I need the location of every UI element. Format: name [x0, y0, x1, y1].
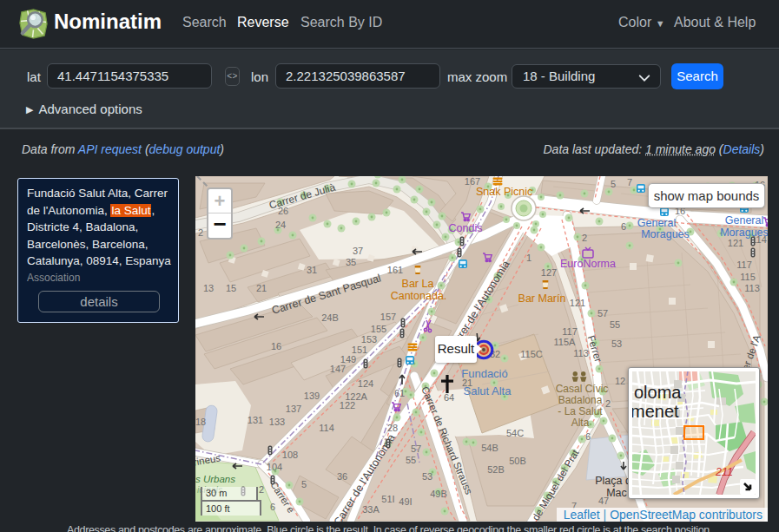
svg-text:16: 16: [271, 341, 281, 351]
svg-text:7: 7: [627, 177, 632, 187]
svg-text:Badalona: Badalona: [558, 394, 603, 406]
svg-text:211: 211: [715, 466, 733, 478]
svg-text:24: 24: [275, 220, 286, 230]
svg-text:6: 6: [621, 221, 626, 232]
svg-text:122: 122: [340, 400, 355, 410]
svg-text:36: 36: [337, 471, 347, 482]
svg-text:31: 31: [307, 265, 317, 275]
svg-text:menet: menet: [632, 402, 679, 421]
svg-text:127: 127: [541, 267, 557, 278]
svg-text:Bar La: Bar La: [402, 278, 434, 290]
svg-text:33A: 33A: [362, 504, 380, 515]
svg-text:24B: 24B: [321, 312, 339, 323]
svg-text:104: 104: [267, 462, 282, 472]
svg-text:131: 131: [248, 415, 263, 425]
svg-text:oloma: oloma: [634, 383, 682, 402]
svg-text:Cantonada.: Cantonada.: [391, 290, 447, 302]
svg-text:Bar Marín: Bar Marín: [518, 292, 566, 305]
svg-text:Moragues: Moragues: [720, 227, 768, 239]
svg-text:55: 55: [610, 319, 620, 330]
svg-text:124: 124: [358, 378, 373, 389]
svg-text:133: 133: [269, 417, 285, 427]
svg-text:15: 15: [226, 283, 236, 293]
svg-text:2: 2: [582, 233, 587, 243]
svg-text:117: 117: [562, 326, 578, 337]
svg-text:121: 121: [570, 298, 585, 308]
svg-text:Moragues: Moragues: [641, 228, 690, 240]
svg-text:57: 57: [411, 443, 421, 454]
svg-text:114: 114: [319, 423, 334, 433]
svg-text:18: 18: [195, 417, 206, 427]
svg-text:52B: 52B: [487, 464, 505, 475]
svg-text:6: 6: [270, 502, 275, 512]
svg-text:5: 5: [611, 179, 616, 189]
svg-text:161: 161: [387, 265, 403, 275]
svg-text:Snak Picnic: Snak Picnic: [476, 186, 532, 198]
svg-text:37: 37: [353, 246, 363, 256]
svg-text:51I: 51I: [381, 494, 394, 504]
svg-text:General: General: [725, 214, 763, 227]
svg-text:Casal Cívic: Casal Cívic: [556, 383, 609, 395]
svg-text:55: 55: [406, 455, 416, 465]
svg-text:49I: 49I: [399, 496, 412, 507]
svg-text:54B: 54B: [481, 443, 498, 453]
svg-text:108: 108: [282, 450, 298, 460]
svg-text:49B: 49B: [430, 489, 447, 499]
svg-text:50B: 50B: [509, 456, 526, 466]
svg-text:147: 147: [330, 364, 346, 374]
svg-text:28: 28: [387, 423, 398, 433]
svg-text:26: 26: [278, 206, 288, 216]
svg-text:2: 2: [198, 227, 203, 238]
svg-text:115C: 115C: [520, 349, 543, 359]
svg-text:Condis: Condis: [449, 222, 483, 234]
svg-text:155: 155: [371, 324, 386, 334]
svg-text:2: 2: [605, 398, 611, 409]
svg-text:Plaça d: Plaça d: [595, 475, 631, 487]
svg-text:53: 53: [611, 338, 622, 349]
svg-text:Fundació: Fundació: [461, 367, 507, 380]
svg-text:137: 137: [286, 404, 301, 414]
svg-text:s Urbans: s Urbans: [195, 474, 235, 484]
svg-text:61: 61: [394, 388, 405, 398]
svg-text:12: 12: [615, 376, 625, 386]
svg-text:EuroNorma: EuroNorma: [560, 258, 616, 270]
svg-text:113: 113: [744, 283, 760, 293]
svg-text:Alta: Alta: [571, 417, 590, 429]
svg-text:Salut Alta: Salut Alta: [464, 384, 512, 397]
svg-text:121: 121: [728, 238, 743, 248]
svg-text:5: 5: [301, 479, 307, 489]
svg-text:139: 139: [304, 391, 320, 401]
svg-text:- La Salut: - La Salut: [558, 405, 603, 417]
svg-text:57: 57: [597, 308, 608, 319]
svg-text:117: 117: [736, 259, 752, 270]
svg-text:115A: 115A: [554, 337, 577, 347]
svg-text:6: 6: [585, 431, 591, 442]
svg-text:Mac: Mac: [606, 487, 627, 499]
svg-text:53: 53: [422, 471, 432, 482]
svg-text:35: 35: [346, 257, 356, 267]
svg-text:157: 157: [380, 312, 396, 322]
svg-text:64: 64: [444, 392, 454, 403]
svg-text:153: 153: [361, 334, 377, 345]
svg-text:General: General: [637, 217, 676, 229]
svg-text:113: 113: [573, 348, 589, 358]
svg-text:115: 115: [740, 272, 756, 282]
svg-text:1: 1: [526, 253, 531, 263]
svg-text:21: 21: [256, 283, 267, 293]
svg-text:13: 13: [203, 283, 214, 293]
svg-text:54C: 54C: [506, 428, 524, 438]
